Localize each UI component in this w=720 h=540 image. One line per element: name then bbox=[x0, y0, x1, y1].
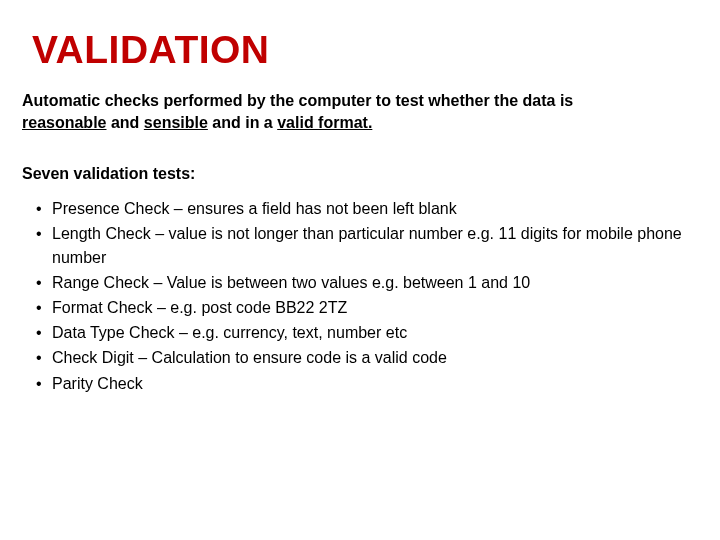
list-item: Format Check – e.g. post code BB22 2TZ bbox=[52, 296, 692, 319]
intro-text: Automatic checks performed by the comput… bbox=[20, 90, 580, 133]
intro-underline-sensible: sensible bbox=[144, 114, 208, 131]
intro-part-3: and in a bbox=[208, 114, 277, 131]
intro-underline-valid-format: valid format. bbox=[277, 114, 372, 131]
list-item: Presence Check – ensures a field has not… bbox=[52, 197, 692, 220]
list-item: Data Type Check – e.g. currency, text, n… bbox=[52, 321, 692, 344]
slide-title: VALIDATION bbox=[20, 28, 692, 72]
validation-list: Presence Check – ensures a field has not… bbox=[20, 197, 692, 395]
intro-part-1: Automatic checks performed by the comput… bbox=[22, 92, 573, 109]
intro-underline-reasonable: reasonable bbox=[22, 114, 106, 131]
intro-part-2: and bbox=[106, 114, 143, 131]
list-item: Range Check – Value is between two value… bbox=[52, 271, 692, 294]
list-item: Check Digit – Calculation to ensure code… bbox=[52, 346, 692, 369]
list-item: Parity Check bbox=[52, 372, 692, 395]
list-item: Length Check – value is not longer than … bbox=[52, 222, 692, 268]
subheading: Seven validation tests: bbox=[20, 165, 692, 183]
